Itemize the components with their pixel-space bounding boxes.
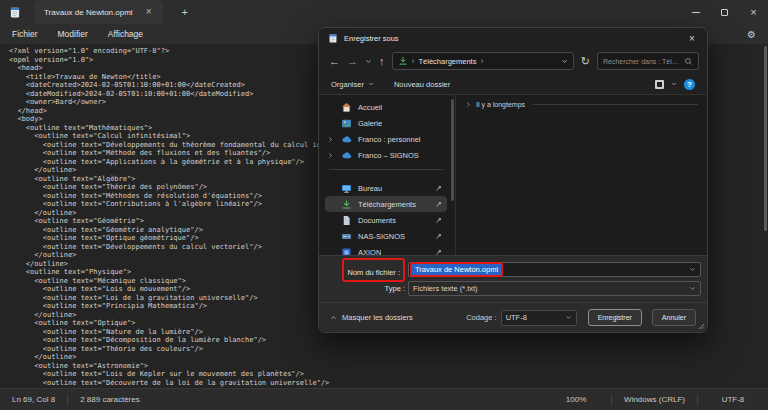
forward-button[interactable]: → <box>347 56 358 67</box>
new-tab-button[interactable]: + <box>177 6 193 18</box>
organize-button[interactable]: Organiser <box>331 80 374 89</box>
chevron-right-icon <box>465 101 472 108</box>
window-controls: × <box>681 0 768 24</box>
download-location-icon <box>398 56 408 66</box>
address-dropdown-chevron-icon[interactable] <box>561 58 568 65</box>
save-as-dialog: Enregistrer sous × ← → ↑ › Téléchargemen… <box>318 27 708 333</box>
sidebar-item-bureau[interactable]: Bureau <box>325 180 447 196</box>
tab-bar: Travaux de Newton.opml × + × <box>0 0 768 24</box>
breadcrumb-location[interactable]: Téléchargements <box>419 57 477 66</box>
search-icon <box>684 57 693 66</box>
pin-icon <box>434 216 443 225</box>
encoding-label: Codage : <box>466 313 496 322</box>
sidebar-item-franco-signos[interactable]: Franco – SIGNOS <box>325 147 447 163</box>
settings-gear-icon[interactable]: ⚙ <box>741 29 762 40</box>
chevron-up-icon <box>330 314 337 321</box>
close-window-button[interactable]: × <box>739 0 768 24</box>
status-encoding: UTF-8 <box>698 395 768 404</box>
dialog-command-bar: Organiser Nouveau dossier ? <box>319 74 707 94</box>
status-char-count: 2 889 caractères <box>68 395 152 404</box>
network-drive-icon <box>340 231 353 242</box>
filename-input[interactable]: Travaux de Newton.opml <box>408 262 701 277</box>
new-folder-label: Nouveau dossier <box>394 80 450 89</box>
view-mode-icon[interactable] <box>655 80 664 89</box>
breadcrumb-separator-icon[interactable]: › <box>480 57 483 66</box>
tab-close-icon[interactable]: × <box>143 6 155 18</box>
axion-drive-icon <box>340 247 353 256</box>
sidebar-item-axion[interactable]: AXION <box>325 244 447 255</box>
group-header-rule <box>533 104 698 105</box>
back-button[interactable]: ← <box>329 56 340 67</box>
filename-dropdown-chevron-icon[interactable] <box>689 266 696 273</box>
sidebar-item-galerie[interactable]: Galerie <box>325 115 447 131</box>
menu-modifier[interactable]: Modifier <box>48 26 98 42</box>
minimize-button[interactable] <box>681 0 710 24</box>
maximize-button[interactable] <box>710 0 739 24</box>
cancel-button[interactable]: Annuler <box>652 309 696 326</box>
filename-label-annotation: Nom du fichier : <box>342 258 405 282</box>
editor-scrollbar[interactable] <box>764 46 767 231</box>
filename-row: Nom du fichier : Travaux de Newton.opml <box>325 261 701 278</box>
filename-value-annotation: Travaux de Newton.opml <box>410 262 503 277</box>
encoding-value: UTF-8 <box>506 313 527 322</box>
pin-icon <box>434 232 443 241</box>
desktop-screen: Travaux de Newton.opml × + × Fichier Mod… <box>0 0 768 410</box>
file-group-label: Il y a longtemps <box>476 101 525 108</box>
file-group-header[interactable]: Il y a longtemps <box>465 101 698 108</box>
organize-label: Organiser <box>331 80 364 89</box>
filetype-label: Type : <box>385 284 405 293</box>
hide-folders-button[interactable]: Masquer les dossiers <box>330 313 413 322</box>
chevron-right-icon[interactable] <box>327 152 335 159</box>
address-bar[interactable]: › Téléchargements › <box>392 52 574 70</box>
dialog-title-bar: Enregistrer sous × <box>319 28 707 48</box>
sidebar-item-franco-personnel[interactable]: Franco : personnel <box>325 131 447 147</box>
desktop-icon <box>340 183 353 194</box>
sidebar-separator <box>329 169 443 170</box>
menu-fichier[interactable]: Fichier <box>2 26 48 42</box>
dialog-title: Enregistrer sous <box>344 34 399 43</box>
up-button[interactable]: ↑ <box>379 56 385 67</box>
dialog-body: Accueil Galerie Franco : p <box>319 94 707 255</box>
maximize-icon <box>721 9 728 16</box>
resize-grip[interactable] <box>698 323 705 330</box>
hide-folders-label: Masquer les dossiers <box>342 313 413 322</box>
dialog-close-button[interactable]: × <box>679 28 705 48</box>
chevron-down-icon <box>368 81 374 87</box>
tab-travaux-de-newton[interactable]: Travaux de Newton.opml × <box>34 0 163 24</box>
downloads-icon <box>340 199 353 210</box>
status-line-endings: Windows (CRLF) <box>612 395 697 404</box>
filetype-select[interactable]: Fichiers texte (*.txt) <box>408 281 701 296</box>
status-right-group: 100% Windows (CRLF) UTF-8 <box>541 389 768 410</box>
menu-affichage[interactable]: Affichage <box>98 26 153 42</box>
filename-value: Travaux de Newton.opml <box>412 264 501 275</box>
pin-icon <box>434 248 443 256</box>
filetype-value: Fichiers texte (*.txt) <box>413 284 478 293</box>
recent-locations-chevron-icon[interactable] <box>365 58 372 65</box>
dialog-toolbar: ← → ↑ › Téléchargements › ↻ Rechercher d… <box>319 48 707 74</box>
search-box[interactable]: Rechercher dans : Télécharg... <box>597 52 699 70</box>
status-cursor-position: Ln 69, Col 8 <box>0 395 67 404</box>
sidebar-item-nas-signos[interactable]: NAS-SIGNOS <box>325 228 447 244</box>
encoding-select[interactable]: UTF-8 <box>501 310 577 326</box>
encoding-dropdown-chevron-icon <box>565 314 572 321</box>
sidebar-item-accueil[interactable]: Accueil <box>325 99 447 115</box>
pin-icon <box>434 200 443 209</box>
gallery-icon <box>340 118 353 129</box>
help-icon[interactable]: ? <box>684 79 695 90</box>
close-icon: × <box>750 6 756 18</box>
dialog-fields: Nom du fichier : Travaux de Newton.opml … <box>319 255 707 302</box>
navigation-pane: Accueil Galerie Franco : p <box>319 95 455 255</box>
new-folder-button[interactable]: Nouveau dossier <box>394 80 450 89</box>
onedrive-cloud-icon <box>340 134 353 145</box>
file-list-area[interactable]: Il y a longtemps <box>455 95 707 255</box>
chevron-right-icon[interactable] <box>327 136 335 143</box>
refresh-icon[interactable]: ↻ <box>581 55 590 68</box>
sidebar-item-telechargements[interactable]: Téléchargements <box>325 196 447 212</box>
view-mode-chevron-icon[interactable] <box>671 81 677 87</box>
sidebar-item-documents[interactable]: Documents <box>325 212 447 228</box>
sidebar-scrollbar[interactable] <box>451 99 454 201</box>
status-zoom-level[interactable]: 100% <box>541 395 611 404</box>
save-button[interactable]: Enregistrer <box>588 309 642 326</box>
tab-title: Travaux de Newton.opml <box>44 8 133 17</box>
notepad-app-icon <box>9 6 21 19</box>
